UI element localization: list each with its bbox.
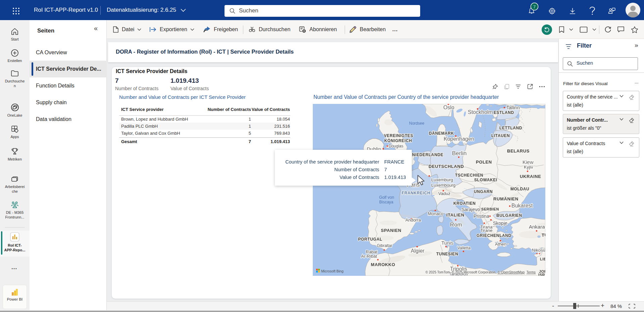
svg-text:Stockholm: Stockholm [468,109,493,115]
svg-text:VEREINIGTES: VEREINIGTES [384,133,413,138]
svg-text:Oslo: Oslo [443,105,454,110]
svg-text:Algier: Algier [411,248,425,254]
svg-text:ISRAEL: ISRAEL [538,273,545,276]
svg-text:Athen: Athen [495,242,506,247]
svg-text:Kyjiv: Kyjiv [524,165,533,170]
svg-text:TUNESIEN: TUNESIEN [436,252,458,256]
svg-text:Valletta: Valletta [457,246,470,250]
svg-text:MAROKKO: MAROKKO [371,262,395,267]
svg-text:Ankara: Ankara [529,224,545,230]
svg-text:7: 7 [533,4,536,9]
svg-text:Ar-Ribāt: Ar-Ribāt [361,254,377,259]
svg-text:Nordsee: Nordsee [409,121,425,126]
svg-text:SPANIEN: SPANIEN [381,228,401,233]
svg-text:SERBIEN: SERBIEN [481,207,499,211]
svg-text:DEUTSCHLAND: DEUTSCHLAND [429,164,464,169]
svg-text:Golf von: Golf von [379,195,394,200]
svg-text:SLOWAKEI: SLOWAKEI [474,178,497,182]
svg-text:Douglas: Douglas [389,144,403,148]
svg-text:Tirane: Tirane [480,228,492,233]
svg-text:Gibraltar: Gibraltar [377,243,392,248]
svg-text:Biscaya: Biscaya [379,200,393,204]
svg-text:ITALIEN: ITALIEN [446,212,464,217]
svg-text:Bukarest: Bukarest [511,203,533,208]
svg-text:Pristina: Pristina [474,213,489,219]
svg-text:Rom: Rom [450,222,462,228]
svg-text:GRIECHENLAND: GRIECHENLAND [477,233,511,238]
svg-text:TÜRKEI: TÜRKEI [542,233,545,238]
svg-text:Berlin: Berlin [452,150,466,157]
svg-text:MOLDAU: MOLDAU [510,187,529,191]
svg-text:LETTLAND: LETTLAND [499,126,522,130]
svg-text:Tallinn: Tallinn [506,105,520,110]
svg-text:KROATIEN: KROATIEN [453,201,476,206]
svg-text:NIEDERLANDE: NIEDERLANDE [412,152,443,157]
svg-text:Skopje: Skopje [493,221,507,226]
svg-text:UNGARN: UNGARN [474,189,493,194]
svg-text:Tunis: Tunis [441,240,453,246]
svg-text:UKRAINE: UKRAINE [520,174,541,179]
svg-text:Luxemburg: Luxemburg [431,177,453,182]
svg-text:RUMÄNIEN: RUMÄNIEN [493,196,518,201]
svg-text:ESTLAND: ESTLAND [494,110,514,115]
svg-text:Nikosia: Nikosia [532,248,545,253]
svg-text:KÖNIGREICH: KÖNIGREICH [384,138,412,143]
svg-text:Luxembourg: Luxembourg [431,183,455,188]
svg-text:Vaduz: Vaduz [438,191,450,196]
svg-text:© 2025 TomTom, © 2025 Microsof: © 2025 TomTom, © 2025 Microsoft Corporat… [426,270,536,274]
svg-text:FRANKREICH: FRANKREICH [402,191,430,195]
svg-text:BELARUS: BELARUS [507,148,530,153]
svg-text:Monaco: Monaco [428,211,443,216]
svg-text:DÄNEMARK: DÄNEMARK [429,131,454,136]
svg-text:Kiew: Kiew [523,159,534,165]
svg-text:Sarajevo: Sarajevo [461,207,480,212]
svg-text:Andorra: Andorra [405,217,421,223]
svg-text:BULGARIEN: BULGARIEN [496,213,522,218]
svg-text:TSCHECHIEN: TSCHECHIEN [455,173,483,178]
svg-text:POLEN: POLEN [476,160,492,165]
svg-text:Kopenhagen: Kopenhagen [444,136,474,142]
svg-text:LITAUEN: LITAUEN [491,133,510,138]
svg-text:Microsoft Bing: Microsoft Bing [321,269,344,273]
svg-text:PORTUGAL: PORTUGAL [358,237,382,242]
svg-text:LIBANON: LIBANON [540,257,545,261]
